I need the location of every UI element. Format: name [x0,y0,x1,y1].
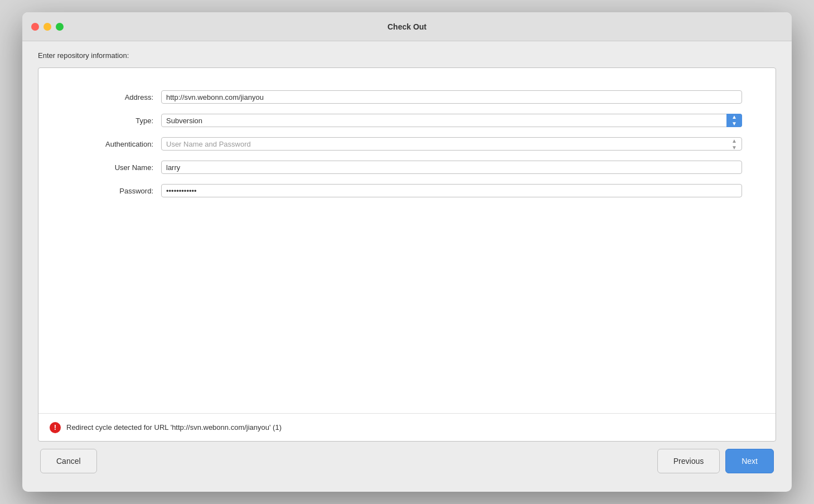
username-label: User Name: [72,163,161,172]
address-label: Address: [72,93,161,101]
authentication-row: Authentication: User Name and Password ▲… [72,137,742,151]
next-button[interactable]: Next [725,449,774,473]
cancel-button[interactable]: Cancel [40,449,97,473]
checkout-window: Check Out Enter repository information: … [22,12,792,492]
type-row: Type: Subversion Git Mercurial ▲ ▼ [72,114,742,127]
close-button[interactable] [31,23,39,31]
previous-button[interactable]: Previous [657,449,720,473]
intro-text: Enter repository information: [38,51,776,60]
password-row: Password: [72,184,742,197]
footer: Cancel Previous Next [38,442,776,481]
password-input[interactable] [161,184,742,197]
type-label: Type: [72,117,161,125]
form-fields: Address: Type: Subversion Git Mercurial [38,90,776,207]
form-panel: Address: Type: Subversion Git Mercurial [38,67,776,442]
type-select[interactable]: Subversion Git Mercurial [161,114,742,127]
error-icon: ! [50,422,61,433]
titlebar: Check Out [22,12,792,41]
footer-left: Cancel [40,449,97,473]
address-input[interactable] [161,90,742,104]
username-row: User Name: [72,161,742,174]
window-controls [31,23,64,31]
type-select-wrapper: Subversion Git Mercurial ▲ ▼ [161,114,742,127]
maximize-button[interactable] [56,23,64,31]
username-input[interactable] [161,161,742,174]
authentication-select[interactable]: User Name and Password [161,137,742,151]
authentication-label: Authentication: [72,140,161,148]
auth-select-wrapper: User Name and Password ▲ ▼ [161,137,742,151]
window-title: Check Out [387,22,427,31]
password-label: Password: [72,187,161,195]
minimize-button[interactable] [43,23,51,31]
address-row: Address: [72,90,742,104]
error-message: Redirect cycle detected for URL 'http://… [66,423,282,432]
window-body: Enter repository information: Address: T… [22,41,792,492]
error-bar: ! Redirect cycle detected for URL 'http:… [38,413,776,441]
footer-right: Previous Next [657,449,774,473]
